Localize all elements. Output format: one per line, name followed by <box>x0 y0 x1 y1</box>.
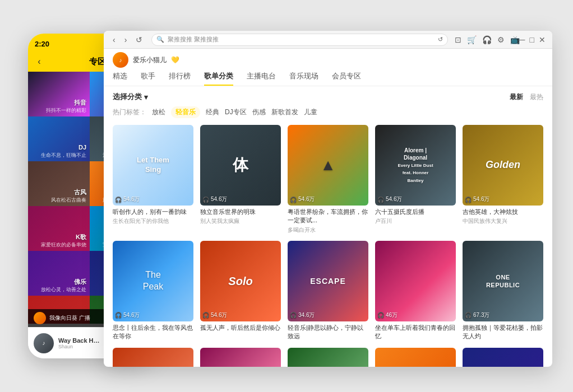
nav-item-gedanfenlei[interactable]: 歌单分类 <box>204 71 233 86</box>
playlist-cover: ThePeak 🎧 54.6万 <box>113 241 193 321</box>
list-item[interactable]: 古风 风在松石古曲奏 <box>28 161 90 206</box>
playlist-card-p1[interactable]: Let ThemSing 🎧 54.6万 听创作人的，别有一番韵味 生长在阳光下… <box>113 125 193 234</box>
window-minimize-button[interactable]: ─ <box>520 35 525 44</box>
play-count: 🎧 54.6万 <box>115 195 140 203</box>
browser-address-bar[interactable]: 🔍 聚推搜推 聚推搜推 ↺ <box>151 34 447 46</box>
playlist-card-p6[interactable]: ThePeak 🎧 54.6万 思念丨往后余生，我在等风也在等你 <box>113 241 193 341</box>
count-value: 54.6万 <box>123 195 140 203</box>
toolbar-icon-5[interactable]: 📺 <box>510 35 520 44</box>
nav-item-huiyuanzhuanqu[interactable]: 会员专区 <box>332 71 361 86</box>
address-text: 聚推搜推 聚推搜推 <box>168 35 434 44</box>
playlist-subtitle: 卢百川 <box>375 217 456 225</box>
tag-djzhuanqu[interactable]: DJ专区 <box>225 106 247 118</box>
playlist-title: 听创作人的，别有一番韵味 <box>113 208 193 216</box>
browser-window: ‹ › ↺ 🔍 聚推搜推 聚推搜推 ↺ ⊡ 🛒 🎧 ⚙ 📺 ─ □ ✕ ♪ 爱乐… <box>104 31 552 367</box>
headphone-icon: 🎧 <box>377 312 384 318</box>
sort-hot[interactable]: 最热 <box>530 92 543 102</box>
playlist-card-p3[interactable]: ▲ 🎧 54.6万 粤语世界纷杂，车流拥挤，你一定要试... 多喝白开水 <box>288 125 368 234</box>
chevron-down-icon: ▾ <box>144 93 148 101</box>
phone-time: 2:20 <box>35 40 49 48</box>
tag-shangguan[interactable]: 伤感 <box>252 106 266 118</box>
browser-refresh-button[interactable]: ↺ <box>133 34 145 45</box>
player-artist-name: Shaun <box>58 344 100 349</box>
playlist-subtitle: 别人笑我太疯癫 <box>200 217 281 225</box>
playlist-cover: 🎧 46万 <box>375 241 456 321</box>
cover-text: ▲ <box>320 155 336 175</box>
playlist-cover: Let ThemSing 🎧 54.6万 <box>113 125 193 206</box>
filter-select[interactable]: 选择分类 ▾ <box>113 92 148 102</box>
headphone-icon: 🎧 <box>202 312 209 318</box>
tag-ertong[interactable]: 儿童 <box>304 106 317 118</box>
window-close-button[interactable]: ✕ <box>539 35 546 44</box>
playlist-subtitle: 生长在阳光下的你我他 <box>113 217 193 225</box>
playlist-title: 思念丨往后余生，我在等风也在等你 <box>113 324 193 341</box>
play-count: 🎧 54.6万 <box>465 195 489 203</box>
playlist-cover: Solo 🎧 54.6万 <box>200 241 281 321</box>
playlist-card-p9[interactable]: 🎧 46万 坐在单车上听着我们青春的回忆 <box>375 241 456 341</box>
category-label: 古风 <box>74 188 86 196</box>
nav-item-jingxuan[interactable]: 精选 <box>113 71 127 86</box>
playlist-cover: mikeperry 🎧 67.3万 <box>463 348 543 367</box>
filter-select-label: 选择分类 <box>113 92 142 102</box>
play-count: 🎧 54.6万 <box>115 311 140 319</box>
playlist-subtitle: 中国民族伟大复兴 <box>463 217 543 225</box>
browser-back-button[interactable]: ‹ <box>110 34 118 45</box>
toolbar-icon-1[interactable]: ⊡ <box>455 35 461 44</box>
playlist-card-p2[interactable]: 体 🎧 54.6万 独立音乐世界的明珠 别人笑我太疯癫 <box>200 125 281 234</box>
browser-nav-buttons: ‹ › ↺ <box>110 34 145 45</box>
playlist-card-p13[interactable]: ONEREPUBLIC 🎧 46万 八音盒，灵动跳跃的妙音符 <box>288 348 368 367</box>
playlist-card-p12[interactable]: TheFatRat 🎧 34.6万 经典热辣好歌！颠倒熵焰你的精神世界 <box>200 348 281 367</box>
list-item[interactable]: K歌 家爱狂欢的必备串烧 <box>28 206 90 251</box>
playlist-title: 独立音乐世界的明珠 <box>200 208 281 216</box>
nav-item-paihangbang[interactable]: 排行榜 <box>169 71 191 86</box>
list-item[interactable]: DJ 生命不息，狂嗨不止 <box>28 116 90 161</box>
tag-xingeshingfa[interactable]: 新歌首发 <box>271 106 298 118</box>
toolbar-icon-2[interactable]: 🛒 <box>467 35 477 44</box>
nav-item-yinyuexianchang[interactable]: 音乐现场 <box>289 71 318 86</box>
category-sublabel: 放松心灵，动善之处 <box>41 286 86 293</box>
playlist-card-p7[interactable]: Solo 🎧 54.6万 孤无人声，听后然后是你倾心 <box>200 241 281 341</box>
headphone-icon: 🎧 <box>465 197 472 203</box>
playlist-title: 粤语世界纷杂，车流拥挤，你一定要试... <box>288 208 368 225</box>
list-item[interactable]: 佛乐 放松心灵，动善之处 <box>28 251 90 296</box>
filter-row: 选择分类 ▾ 最新 最热 <box>113 92 543 102</box>
browser-toolbar: ⊡ 🛒 🎧 ⚙ 📺 <box>455 35 520 44</box>
window-maximize-button[interactable]: □ <box>530 35 534 44</box>
cover-text: ONEREPUBLIC <box>486 273 520 289</box>
playlist-title: 轻音乐|静思以静心，宁静以致远 <box>288 324 368 341</box>
list-item[interactable]: 抖音 抖抖不一样的精彩 <box>28 72 90 116</box>
toolbar-icon-4[interactable]: ⚙ <box>497 35 505 44</box>
player-avatar: ♪ <box>34 333 54 353</box>
sort-latest[interactable]: 最新 <box>510 92 523 102</box>
count-value: 54.6万 <box>298 195 315 203</box>
cover-text: ESCAPE <box>310 276 346 286</box>
headphone-icon: 🎧 <box>290 312 297 318</box>
playlist-subtitle: 多喝白开水 <box>288 226 368 234</box>
playlist-card-p14[interactable]: WE 🎧 46万 「法语」浪漫而柔软的慵懒，只为放松 <box>375 348 456 367</box>
nav-item-geshou[interactable]: 歌手 <box>141 71 155 86</box>
play-count: 🎧 34.6万 <box>290 311 315 319</box>
category-label: 抖音 <box>74 99 86 106</box>
count-value: 34.6万 <box>298 311 315 319</box>
playlist-card-p10[interactable]: ONEREPUBLIC 🎧 67.3万 拥抱孤独｜等爱花枯萎，拍影无人灼 <box>463 241 543 341</box>
tags-row: 热门标签： 放松 轻音乐 经典 DJ专区 伤感 新歌首发 儿童 <box>113 106 543 118</box>
category-label: 佛乐 <box>74 278 86 286</box>
count-value: 54.6万 <box>473 195 489 203</box>
playlist-cover: TheFatRat 🎧 34.6万 <box>200 348 281 367</box>
tag-jingdian[interactable]: 经典 <box>206 106 219 118</box>
nav-item-zhuboradio[interactable]: 主播电台 <box>247 71 276 86</box>
playlist-card-p8[interactable]: ESCAPE 🎧 34.6万 轻音乐|静思以静心，宁静以致远 <box>288 241 368 341</box>
phone-back-button[interactable]: ‹ <box>34 56 45 67</box>
tag-fangsong[interactable]: 放松 <box>152 106 165 118</box>
playlist-card-p11[interactable]: IMAGINEDRAGONS 🎧 54.6万 放松｜听见大自然，让身心自由舒展 <box>113 348 193 367</box>
tag-qingyinyue[interactable]: 轻音乐 <box>171 106 200 118</box>
playlist-title: 吉他英雄，大神炫技 <box>463 208 543 216</box>
toolbar-icon-3[interactable]: 🎧 <box>482 35 492 44</box>
playlist-card-p15[interactable]: mikeperry 🎧 67.3万 Are You Feel Lonely To… <box>463 348 543 367</box>
browser-forward-button[interactable]: › <box>122 34 130 45</box>
playlist-card-p4[interactable]: Alorem | DiagonalEvery Little Dust feat.… <box>375 125 456 234</box>
playlist-card-p5[interactable]: Golden 🎧 54.6万 吉他英雄，大神炫技 中国民族伟大复兴 <box>463 125 543 234</box>
category-label: K歌 <box>76 233 86 241</box>
playlist-cover: ▲ 🎧 54.6万 <box>288 125 368 206</box>
notification-avatar <box>34 312 46 324</box>
